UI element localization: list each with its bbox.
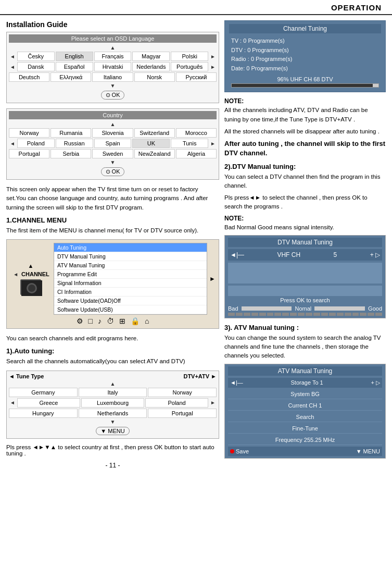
channel-label-row: ◄ CHANNEL xyxy=(12,271,49,277)
tune-cell[interactable]: Italy xyxy=(79,388,147,397)
tune-cell[interactable]: Germany xyxy=(9,388,78,397)
osd-cell[interactable]: English xyxy=(56,52,93,61)
menu-item-dtv-manual[interactable]: DTV Manual Tuning xyxy=(54,252,207,261)
dtv-ch-left[interactable]: ◄|— xyxy=(230,251,244,258)
page-title: OPERATION xyxy=(331,3,382,12)
tune-right-arrow[interactable]: ► xyxy=(209,400,217,405)
osd-cell[interactable]: Polski xyxy=(171,52,208,61)
osd-cell[interactable]: Português xyxy=(171,62,208,71)
country-cell[interactable]: Spain xyxy=(94,139,132,148)
clock-icon[interactable]: ⏱ xyxy=(107,317,114,325)
osd-language-box: Please select an OSD Language ▲ ◄ Česky … xyxy=(6,32,219,103)
osd-left-arrow[interactable]: ◄ xyxy=(9,54,16,59)
country-cell[interactable]: NewZealand xyxy=(134,149,175,158)
dtv-press-ok: Press OK to search xyxy=(228,297,382,303)
tune-left-arrow[interactable]: ◄ xyxy=(9,400,16,405)
channel-right-arrow[interactable]: ► xyxy=(209,243,216,315)
menu-item-programme-edit[interactable]: Programme Edit xyxy=(54,270,207,279)
osd-cell[interactable]: Magyar xyxy=(132,52,170,61)
osd-cell[interactable]: Ελληνικά xyxy=(50,72,91,82)
channel-menu-box: ▲ ◄ CHANNEL Auto Tuning xyxy=(6,239,219,329)
osd-cell[interactable]: Deutsch xyxy=(9,72,49,82)
tune-cell[interactable]: Greece xyxy=(17,398,80,408)
country-ok-button[interactable]: ⊙ OK xyxy=(101,167,125,176)
dtv-seg-bar xyxy=(228,313,382,316)
osd-ok-button[interactable]: ⊙ OK xyxy=(101,91,125,100)
dtv-spacer xyxy=(228,263,382,284)
dtv-section-title: 2).DTV Manual tuning: xyxy=(224,163,386,170)
menu-item-sw-update-usb[interactable]: Software Update(USB) xyxy=(54,305,207,314)
menu-item-ci-info[interactable]: CI Information xyxy=(54,288,207,297)
osd-cell[interactable]: Hrvatski xyxy=(94,62,132,71)
country-cell[interactable]: UK xyxy=(132,139,170,148)
channel-tuning-title: Channel Tuning xyxy=(229,24,381,33)
dtv-spacer-2 xyxy=(228,286,382,296)
channel-left-arrow-icon[interactable]: ◄ xyxy=(12,272,19,277)
country-cell[interactable]: Rumania xyxy=(50,128,91,138)
tune-cell[interactable]: Poland xyxy=(145,398,208,408)
country-right-arrow[interactable]: ► xyxy=(209,141,217,146)
tune-cell[interactable]: Portugal xyxy=(148,409,217,418)
atv-save-button[interactable]: Save xyxy=(230,448,249,454)
dtv-ch-label: VHF CH xyxy=(277,251,300,258)
country-cell[interactable]: Norway xyxy=(9,128,49,138)
country-cell[interactable]: Morocco xyxy=(176,128,217,138)
osd-cell[interactable]: Nederlands xyxy=(132,62,170,71)
atv-storage-left[interactable]: ◄|— xyxy=(230,379,243,386)
atv-fine-tune-row[interactable]: Fine-Tune xyxy=(228,424,382,434)
country-cell[interactable]: Serbia xyxy=(50,149,91,158)
osd-cell[interactable]: Español xyxy=(56,62,93,71)
body-text-3: You can search channels and edit program… xyxy=(6,334,219,343)
osd-right-arrow[interactable]: ► xyxy=(209,54,217,59)
tune-menu-row: ▼ MENU xyxy=(9,427,217,435)
music-icon[interactable]: ♪ xyxy=(98,317,102,325)
osd-left-arrow[interactable]: ◄ xyxy=(9,64,16,70)
country-cell[interactable]: Slovenia xyxy=(92,128,133,138)
tune-cell[interactable]: Hungary xyxy=(9,409,78,418)
country-left-arrow[interactable]: ◄ xyxy=(9,141,16,146)
osd-cell[interactable]: Dansk xyxy=(17,62,55,71)
channel-menu-section-title: 1.CHANNEL MENU xyxy=(6,216,219,224)
country-cell[interactable]: Portugal xyxy=(9,149,49,158)
atv-storage-right[interactable]: + ▷ xyxy=(371,379,380,386)
osd-cell[interactable]: Italiano xyxy=(92,72,133,82)
home-icon[interactable]: ⌂ xyxy=(145,317,149,325)
osd-cell[interactable]: Français xyxy=(94,52,132,61)
large-note: After auto tuning , the channel will ski… xyxy=(224,139,386,158)
osd-arrow-down: ▼ xyxy=(9,83,217,89)
osd-right-arrow[interactable]: ► xyxy=(209,64,217,70)
country-cell[interactable]: Switzerland xyxy=(134,128,175,138)
dtv-ch-value: 5 xyxy=(334,251,337,258)
country-cell[interactable]: Poland xyxy=(17,139,55,148)
display-icon[interactable]: □ xyxy=(88,317,93,325)
tune-cell[interactable]: Netherlands xyxy=(79,409,147,418)
tune-cell[interactable]: Norway xyxy=(148,388,217,397)
menu-item-auto-tuning[interactable]: Auto Tuning xyxy=(54,243,207,252)
tune-cell[interactable]: Luxembourg xyxy=(81,398,144,408)
atv-menu-button[interactable]: ▼ MENU xyxy=(356,448,380,454)
tune-row-3: Hungary Netherlands Portugal xyxy=(9,409,217,418)
tune-menu-button[interactable]: ▼ MENU xyxy=(96,427,129,435)
country-cell[interactable]: Tunis xyxy=(171,139,208,148)
menu-item-signal-info[interactable]: Signal Information xyxy=(54,279,207,288)
pls-press-1: Pls press ◄►▼▲ to select country at firs… xyxy=(6,444,219,457)
atv-search-row[interactable]: Search xyxy=(228,412,382,422)
menu-item-sw-update-oad[interactable]: Software Update(OAD)Off xyxy=(54,297,207,305)
tuning-tv: TV : 0 Programme(s) xyxy=(231,36,379,46)
tune-header-row: ◄ Tune Type DTV+ATV ► xyxy=(9,373,217,379)
atv-body: You can change the sound system to searc… xyxy=(224,334,386,361)
lock-icon[interactable]: 🔒 xyxy=(131,317,140,325)
settings-icon[interactable]: ⚙ xyxy=(77,317,83,325)
grid-icon[interactable]: ⊞ xyxy=(119,317,125,325)
menu-item-atv-manual[interactable]: ATV Manual Tuning xyxy=(54,261,207,270)
country-cell[interactable]: Algeria xyxy=(176,149,217,158)
osd-cell[interactable]: Česky xyxy=(17,52,55,61)
osd-cell[interactable]: Norsk xyxy=(134,72,175,82)
dtv-ch-right[interactable]: + ▷ xyxy=(370,251,380,258)
country-cell[interactable]: Russian xyxy=(56,139,93,148)
country-cell[interactable]: Sweden xyxy=(92,149,133,158)
osd-cell[interactable]: Русский xyxy=(176,72,217,82)
channel-left-panel: ▲ ◄ CHANNEL xyxy=(10,243,52,315)
channel-menu-list: Auto Tuning DTV Manual Tuning ATV Manual… xyxy=(54,243,207,315)
country-arrow-down: ▼ xyxy=(9,159,217,165)
